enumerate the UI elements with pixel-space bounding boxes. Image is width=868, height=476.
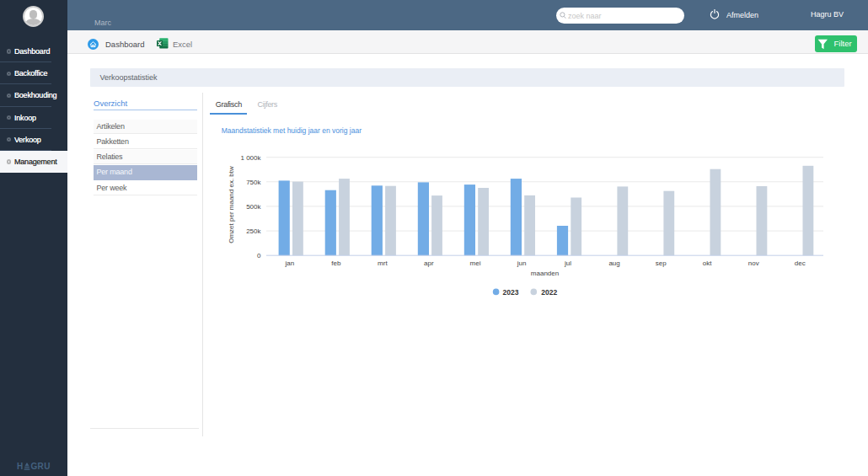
svg-text:jun: jun xyxy=(517,259,527,267)
svg-text:Omzet per maand ex. btw: Omzet per maand ex. btw xyxy=(228,166,235,243)
svg-text:feb: feb xyxy=(331,259,341,267)
svg-text:jul: jul xyxy=(564,259,571,267)
svg-text:maanden: maanden xyxy=(531,270,559,277)
svg-text:sep: sep xyxy=(656,259,667,267)
svg-text:750k: 750k xyxy=(246,179,261,186)
svg-text:1 000k: 1 000k xyxy=(240,154,261,162)
svg-text:dec: dec xyxy=(795,259,806,267)
svg-text:apr: apr xyxy=(424,259,434,267)
svg-text:2023: 2023 xyxy=(503,288,519,297)
svg-text:mei: mei xyxy=(470,259,481,267)
svg-text:okt: okt xyxy=(703,259,712,267)
svg-text:mrt: mrt xyxy=(378,259,388,267)
svg-text:jan: jan xyxy=(284,259,294,267)
svg-text:2022: 2022 xyxy=(541,288,557,297)
svg-text:0: 0 xyxy=(257,252,261,259)
svg-text:aug: aug xyxy=(608,259,619,267)
svg-text:nov: nov xyxy=(748,259,759,267)
svg-text:250k: 250k xyxy=(246,227,261,235)
svg-text:500k: 500k xyxy=(246,203,261,211)
